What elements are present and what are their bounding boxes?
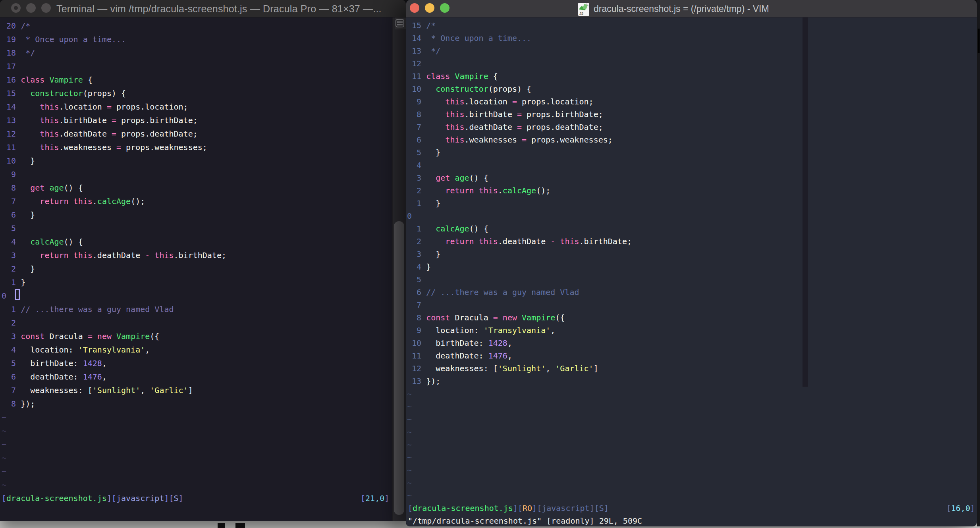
vim-titlebar[interactable]: JS dracula-screenshot.js = (/private/tmp… bbox=[406, 0, 977, 17]
code-line: 1 calcAge() { bbox=[407, 222, 632, 235]
vim-statusline: [dracula-screenshot.js][javascript][S] bbox=[2, 491, 183, 505]
code-line: 2 return this.deathDate - this.birthDate… bbox=[407, 235, 632, 248]
tilde-line: ~ bbox=[407, 387, 632, 400]
code-line: 5 bbox=[407, 273, 632, 286]
tilde-line: ~ bbox=[2, 437, 226, 451]
code-line: 3 return this.deathDate - this.birthDate… bbox=[2, 249, 226, 262]
code-line: 7 bbox=[407, 299, 632, 311]
code-line: 7 return this.calcAge(); bbox=[2, 195, 226, 208]
code-line: 12 this.deathDate = props.deathDate; bbox=[2, 127, 226, 141]
code-line: 10 constructor(props) { bbox=[407, 83, 632, 95]
code-line: 13 }); bbox=[407, 375, 632, 387]
code-line: 11 this.weaknesses = props.weaknesses; bbox=[2, 141, 226, 154]
code-line: 10 birthDate: 1428, bbox=[407, 337, 632, 349]
zoom-button[interactable] bbox=[440, 3, 449, 13]
tilde-line: ~ bbox=[2, 451, 226, 464]
tilde-line: ~ bbox=[407, 476, 632, 489]
vim-window: JS dracula-screenshot.js = (/private/tmp… bbox=[406, 0, 977, 526]
code-line: 11 deathDate: 1476, bbox=[407, 349, 632, 362]
code-line: 11 class Vampire { bbox=[407, 70, 632, 83]
tilde-line: ~ bbox=[407, 464, 632, 476]
code-line: 20 /* bbox=[2, 19, 226, 33]
background-right-edge bbox=[977, 0, 980, 526]
code-line: 3 } bbox=[407, 248, 632, 260]
code-line: 6 this.weaknesses = props.weaknesses; bbox=[407, 133, 632, 146]
code-line: 8 }); bbox=[2, 397, 226, 410]
code-line: 0 bbox=[2, 289, 226, 303]
tilde-line: ~ bbox=[2, 478, 226, 491]
code-line: 5 birthDate: 1428, bbox=[2, 356, 226, 370]
code-line: 7 this.deathDate = props.deathDate; bbox=[407, 121, 632, 133]
code-line: 13 */ bbox=[407, 44, 632, 57]
code-line: 4 } bbox=[407, 260, 632, 273]
code-line: 0 bbox=[407, 210, 632, 222]
code-line: 18 */ bbox=[2, 46, 226, 60]
code-line: 12 bbox=[407, 57, 632, 70]
code-line: 1 } bbox=[2, 276, 226, 289]
code-line: 12 weaknesses: ['Sunlight', 'Garlic'] bbox=[407, 362, 632, 375]
code-area[interactable]: 15 /* 14 * Once upon a time... 13 */ 12 … bbox=[407, 19, 632, 502]
tilde-line: ~ bbox=[407, 438, 632, 451]
tilde-line: ~ bbox=[407, 400, 632, 413]
code-line: 8 this.birthDate = props.birthDate; bbox=[407, 108, 632, 121]
vim-ruler: [21,0] bbox=[361, 491, 389, 505]
tilde-line: ~ bbox=[2, 464, 226, 478]
window-title: dracula-screenshot.js = (/private/tmp) -… bbox=[594, 0, 769, 17]
minimize-button[interactable] bbox=[425, 3, 434, 13]
zoom-button[interactable] bbox=[41, 3, 51, 13]
code-line: 2 bbox=[2, 316, 226, 330]
code-line: 10 } bbox=[2, 154, 226, 168]
code-line: 13 this.birthDate = props.birthDate; bbox=[2, 114, 226, 127]
tilde-line: ~ bbox=[407, 489, 632, 502]
close-button[interactable] bbox=[11, 3, 21, 13]
terminal-titlebar[interactable]: Terminal — vim /tmp/dracula-screenshot.j… bbox=[0, 0, 406, 17]
scrollbar-thumb[interactable] bbox=[394, 221, 404, 515]
code-line: 3 const Dracula = new Vampire({ bbox=[2, 330, 226, 343]
code-line: 14 * Once upon a time... bbox=[407, 32, 632, 44]
javascript-file-icon: JS bbox=[578, 3, 589, 16]
code-line: 2 } bbox=[2, 262, 226, 276]
code-line: 1 } bbox=[407, 197, 632, 210]
code-line: 3 get age() { bbox=[407, 172, 632, 184]
background-text-fragment bbox=[218, 523, 225, 528]
code-line: 4 calcAge() { bbox=[2, 235, 226, 249]
code-line: 1 // ...there was a guy named Vlad bbox=[2, 303, 226, 316]
window-title: Terminal — vim /tmp/dracula-screenshot.j… bbox=[56, 0, 382, 17]
scrollbar-track[interactable] bbox=[803, 17, 808, 387]
tilde-line: ~ bbox=[407, 426, 632, 438]
code-line: 6 // ...there was a guy named Vlad bbox=[407, 286, 632, 299]
code-line: 9 location: 'Transylvania', bbox=[407, 324, 632, 337]
code-line: 14 this.location = props.location; bbox=[2, 100, 226, 114]
background-text-fragment bbox=[235, 523, 245, 528]
code-area[interactable]: 20 /* 19 * Once upon a time... 18 */ 17 … bbox=[2, 19, 226, 491]
terminal-window: Terminal — vim /tmp/dracula-screenshot.j… bbox=[0, 0, 406, 521]
code-line: 8 get age() { bbox=[2, 181, 226, 195]
vim-commandline: "/tmp/dracula-screenshot.js" [readonly] … bbox=[408, 515, 642, 527]
code-line: 6 deathDate: 1476, bbox=[2, 370, 226, 383]
code-line: 2 return this.calcAge(); bbox=[407, 184, 632, 197]
code-line: 19 * Once upon a time... bbox=[2, 33, 226, 46]
background-window-sliver bbox=[978, 29, 980, 53]
code-line: 17 bbox=[2, 60, 226, 73]
vim-ruler: [16,0] bbox=[946, 502, 975, 515]
minimize-button[interactable] bbox=[26, 3, 36, 13]
code-line: 16 class Vampire { bbox=[2, 73, 226, 87]
tilde-line: ~ bbox=[2, 424, 226, 437]
code-line: 15 /* bbox=[407, 19, 632, 32]
code-line: 5 bbox=[2, 222, 226, 235]
code-line: 9 this.location = props.location; bbox=[407, 95, 632, 108]
unsaved-dot-icon bbox=[14, 6, 18, 10]
code-line: 15 constructor(props) { bbox=[2, 87, 226, 100]
code-line: 4 location: 'Transylvania', bbox=[2, 343, 226, 356]
tilde-line: ~ bbox=[407, 413, 632, 426]
tilde-line: ~ bbox=[407, 451, 632, 464]
code-line: 6 } bbox=[2, 208, 226, 222]
code-line: 4 bbox=[407, 159, 632, 172]
split-pane-icon[interactable] bbox=[395, 19, 404, 27]
vim-statusline: [dracula-screenshot.js][RO][javascript][… bbox=[408, 502, 609, 515]
tilde-line: ~ bbox=[2, 410, 226, 424]
code-line: 8 const Dracula = new Vampire({ bbox=[407, 311, 632, 324]
code-line: 5 } bbox=[407, 146, 632, 159]
code-line: 7 weaknesses: ['Sunlight', 'Garlic'] bbox=[2, 383, 226, 397]
close-button[interactable] bbox=[410, 3, 419, 13]
